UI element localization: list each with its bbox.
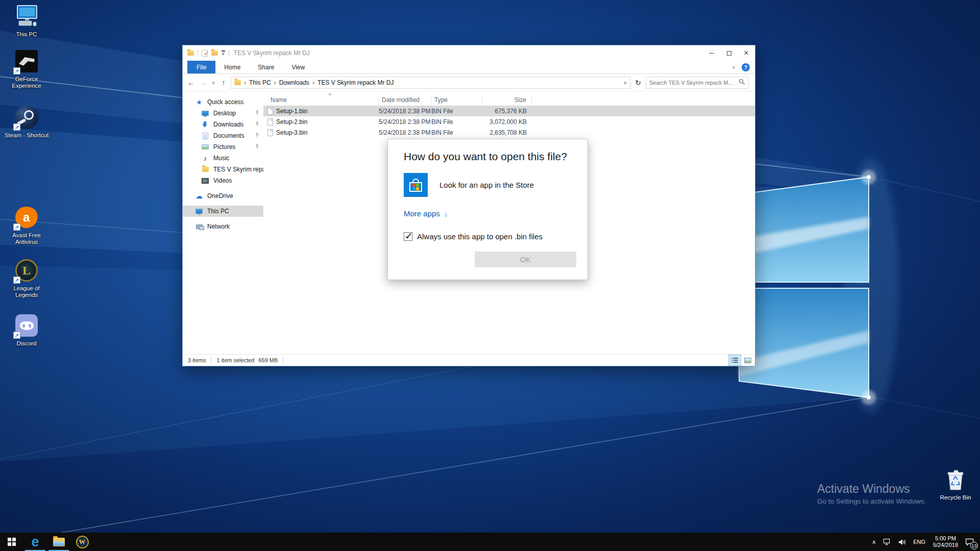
refresh-icon[interactable]: ↻ [632,79,644,87]
dialog-title: How do you want to open this file? [404,151,587,163]
help-icon[interactable]: ? [742,63,750,71]
file-date: 5/24/2018 2:38 PM [379,118,431,126]
title-bar[interactable]: ✓ ∨ TES V Skyrim repack Mr DJ × [183,45,755,61]
close-button[interactable]: × [738,46,755,61]
ok-button[interactable]: OK [475,252,576,267]
sidebar-item-pictures[interactable]: Pictures [183,141,263,153]
taskbar-clock[interactable]: 5:00 PM 5/24/2018 [929,535,962,549]
sidebar-item-label: Network [207,223,230,230]
windows-logo-icon [8,538,16,546]
thumbnail-view-button[interactable] [741,355,754,366]
league-of-legends-icon: L ↗ [14,258,39,283]
column-header-type[interactable]: Type [431,96,482,106]
open-with-dialog: How do you want to open this file? Look … [387,139,588,280]
volume-tray-icon[interactable] [895,533,910,551]
desktop-icon-label: GeForce Experience [4,76,49,89]
window-title: TES V Skyrim repack Mr DJ [234,49,310,57]
sidebar-item-videos[interactable]: Videos [183,175,263,186]
breadcrumb-current-folder[interactable]: TES V Skyrim repack Mr DJ [317,79,394,86]
column-header-size[interactable]: Size [482,96,532,106]
back-button[interactable]: ← [186,79,196,87]
sidebar-item-documents[interactable]: Documents [183,130,263,141]
store-option-label: Look for an app in the Store [439,181,534,189]
more-apps-link[interactable]: More apps ↓ [404,209,587,218]
breadcrumb-downloads[interactable]: Downloads [279,79,309,86]
sort-ascending-icon: ^ [329,92,331,98]
tab-share[interactable]: Share [249,61,283,73]
checkbox-checked[interactable]: ✓ [404,232,412,241]
table-row[interactable]: Setup-2.bin 5/24/2018 2:38 PM BIN File 3… [263,116,755,127]
sidebar-item-quick-access[interactable]: ★ Quick access [183,96,263,108]
folder-icon [234,80,241,85]
toolbar-separator [198,50,198,57]
sidebar-item-network[interactable]: Network [183,221,263,232]
desktop-icon-steam[interactable]: ↗ Steam - Shortcut [4,105,49,139]
sidebar-item-this-pc[interactable]: This PC [183,206,263,217]
shortcut-arrow-icon: ↗ [13,332,20,339]
desktop-icon-avast[interactable]: a ↗ Avast Free Antivirus [4,205,49,245]
taskbar-edge-button[interactable]: e [23,533,47,551]
breadcrumb-separator: › [312,79,314,86]
new-folder-icon[interactable] [211,51,218,56]
column-header-date[interactable]: Date modified [379,96,431,106]
language-indicator[interactable]: ENG [910,533,929,551]
up-button[interactable]: ↑ [218,79,229,87]
taskbar-wow-button[interactable]: W [70,533,94,551]
desktop-icon-geforce[interactable]: ↗ GeForce Experience [4,49,49,89]
sidebar-item-tes-folder[interactable]: TES V Skyrim repack [183,164,263,175]
this-pc-icon [14,4,39,29]
sidebar-item-downloads[interactable]: Downloads [183,119,263,130]
table-row[interactable]: Setup-3.bin 5/24/2018 2:38 PM BIN File 2… [263,127,755,138]
recent-locations-icon[interactable]: ∨ [210,80,216,85]
selection-size: 659 MB [258,357,278,363]
tab-home[interactable]: Home [215,61,249,73]
pin-icon [255,143,259,151]
sidebar-item-label: Downloads [213,121,243,128]
minimize-button[interactable] [703,46,720,61]
properties-icon[interactable]: ✓ [202,50,208,57]
forward-button[interactable]: → [198,79,208,87]
edge-icon: e [31,535,39,549]
address-dropdown-icon[interactable]: ∨ [623,80,627,85]
desktop-icon-this-pc[interactable]: This PC [4,4,49,38]
action-center-button[interactable]: 13 [962,533,980,551]
file-icon [267,108,273,115]
ribbon-collapse-icon[interactable]: ∨ [732,64,736,70]
geforce-icon: ↗ [14,49,39,73]
folder-icon [201,167,209,172]
sidebar-item-music[interactable]: ♪ Music [183,153,263,164]
tab-view[interactable]: View [283,61,313,73]
details-view-icon [731,358,738,363]
sidebar-item-label: This PC [207,208,229,215]
taskbar-explorer-button[interactable] [47,533,70,551]
customize-toolbar-icon[interactable]: ∨ [222,51,225,56]
desktop-icon-discord[interactable]: ↗ Discord [4,313,49,347]
store-option[interactable]: Look for an app in the Store [404,173,587,197]
onedrive-cloud-icon: ☁ [195,192,203,200]
desktop-icon-label: Avast Free Antivirus [4,232,49,245]
file-type: BIN File [431,118,482,126]
breadcrumb-this-pc[interactable]: This PC [249,79,271,86]
hidden-icons-chevron[interactable]: ∧ [868,533,879,551]
desktop-icon-league[interactable]: L ↗ League of Legends [4,258,49,298]
tab-file[interactable]: File [187,61,215,73]
network-tray-icon[interactable] [879,533,895,551]
sidebar-item-onedrive[interactable]: ☁ OneDrive [183,190,263,202]
shortcut-arrow-icon: ↗ [13,67,20,74]
search-box[interactable] [646,77,749,89]
breadcrumb-separator: › [244,79,246,86]
search-input[interactable] [649,80,739,86]
taskbar: e W ∧ ENG 5:00 PM 5/24/2018 [0,533,980,551]
desktop-icon-recycle-bin[interactable]: Recycle Bin [936,469,975,500]
column-headers: ^ Name Date modified Type Size [263,92,755,106]
file-date: 5/24/2018 2:38 PM [379,108,431,115]
sidebar-item-desktop[interactable]: Desktop [183,108,263,119]
details-view-button[interactable] [728,355,741,366]
always-use-checkbox-row[interactable]: ✓ Always use this app to open .bin files [404,232,587,241]
file-icon [267,129,273,136]
maximize-button[interactable] [720,46,738,61]
table-row[interactable]: Setup-1.bin 5/24/2018 2:38 PM BIN File 6… [263,106,755,116]
column-header-name[interactable]: Name [267,96,379,106]
start-button[interactable] [0,533,23,551]
breadcrumb[interactable]: › This PC › Downloads › TES V Skyrim rep… [231,77,630,89]
